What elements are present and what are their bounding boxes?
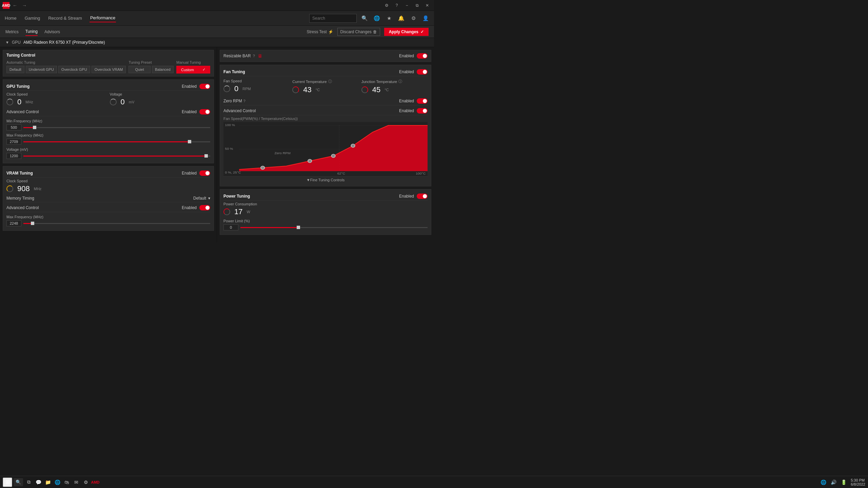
vram-memory-timing-right: Default ▾ [193, 196, 210, 201]
junction-temp-dial [361, 86, 368, 93]
fine-tuning-controls[interactable]: ▼ Fine Tuning Controls [223, 176, 428, 183]
stress-test-icon: ⚡ [328, 29, 333, 34]
globe-icon[interactable]: 🌐 [372, 14, 381, 23]
gpu-voltage-unit: mV [129, 100, 135, 104]
chip-icon: 🖥 [257, 53, 263, 59]
stress-test-button[interactable]: Stress Test ⚡ [307, 29, 333, 34]
fan-tuning-header-row: Fan Tuning Enabled [223, 68, 428, 76]
tab-tuning[interactable]: Tuning [25, 28, 38, 36]
junction-temp-value: 45 [372, 85, 380, 94]
gear-icon[interactable]: ⚙ [409, 14, 418, 23]
resizable-bar-right: Enabled [399, 53, 428, 59]
custom-label: Custom [181, 68, 194, 72]
fan-rpm-value: 0 [234, 84, 238, 93]
power-limit-track[interactable] [240, 227, 428, 228]
vram-advanced-value: Enabled [182, 205, 197, 210]
preset-label: Tuning Preset [129, 60, 174, 64]
gpu-label: GPU [12, 40, 21, 45]
search-input[interactable] [309, 14, 357, 23]
profile-icon[interactable]: 👤 [421, 14, 430, 23]
gpu-voltage-mv-thumb[interactable] [204, 154, 208, 158]
auto-btn-overclock[interactable]: Overclock GPU [58, 66, 90, 73]
power-limit-thumb[interactable] [297, 226, 300, 229]
zero-rpm-left: Zero RPM ? [223, 99, 245, 103]
resizable-bar-card: Resizable BAR ? 🖥 Enabled [220, 50, 431, 62]
notifications-icon[interactable]: 🔔 [397, 14, 406, 23]
power-limit-control: 0 [223, 224, 428, 230]
power-tuning-toggle[interactable] [417, 194, 428, 199]
fan-advanced-label: Advanced Control [223, 108, 256, 113]
tab-metrics[interactable]: Metrics [5, 28, 19, 36]
auto-btn-vram[interactable]: Overclock VRAM [92, 66, 126, 73]
preset-quiet[interactable]: Quiet [129, 66, 150, 73]
vram-tuning-toggle[interactable] [199, 170, 210, 176]
auto-btn-undervolt[interactable]: Undervolt GPU [26, 66, 57, 73]
fan-curve-point-1[interactable] [261, 166, 265, 169]
gpu-voltage-mv-track[interactable] [23, 156, 210, 157]
help-icon[interactable]: ? [393, 1, 401, 9]
power-tuning-card: Power Tuning Enabled Power Consumption 1… [220, 189, 431, 235]
junction-temp-row: 45 °C [361, 84, 428, 96]
gpu-advanced-toggle[interactable] [199, 109, 210, 115]
fan-curve-point-4[interactable] [351, 144, 355, 147]
fine-tuning-label: Fine Tuning Controls [310, 178, 345, 182]
trash-icon: 🗑 [373, 29, 377, 34]
gpu-max-freq-track[interactable] [23, 141, 210, 142]
zero-rpm-toggle[interactable] [417, 98, 428, 104]
close-button[interactable]: ✕ [423, 1, 431, 9]
resizable-bar-left: Resizable BAR ? 🖥 [223, 53, 263, 59]
fan-curve-point-2[interactable] [308, 159, 312, 163]
fan-tuning-toggle[interactable] [417, 69, 428, 75]
vram-max-freq-fill [23, 223, 31, 224]
gpu-min-freq-track[interactable] [23, 127, 210, 128]
vram-max-freq-track[interactable] [23, 223, 210, 224]
resizable-bar-toggle[interactable] [417, 53, 428, 59]
amd-logo: AMD [3, 2, 9, 9]
gpu-advanced-right: Enabled [182, 109, 210, 115]
restore-button[interactable]: ⧉ [413, 1, 421, 9]
vram-max-freq-thumb[interactable] [31, 222, 34, 225]
nav-gaming[interactable]: Gaming [24, 14, 41, 22]
zero-rpm-info-icon: ? [243, 99, 245, 103]
preset-balanced[interactable]: Balanced [152, 66, 174, 73]
power-tuning-title: Power Tuning [223, 194, 250, 199]
gpu-tuning-card: GPU Tuning Enabled Clock Speed 0 MHz Vol… [3, 79, 214, 163]
vram-clock-section: Clock Speed 908 MHz [6, 179, 210, 195]
zero-rpm-label: Zero RPM [223, 99, 242, 103]
settings-icon[interactable]: ⚙ [382, 1, 391, 9]
fan-stats-row: Fan Speed 0 RPM Current Temperature ⓘ 43 [223, 78, 428, 97]
gpu-min-freq-thumb[interactable] [33, 126, 36, 129]
discard-changes-button[interactable]: Discard Changes 🗑 [337, 28, 380, 36]
vram-advanced-toggle[interactable] [199, 205, 210, 210]
gpu-max-freq-thumb[interactable] [188, 140, 191, 143]
gpu-min-freq-label: Min Frequency (MHz) [6, 119, 210, 123]
fan-curve-point-3[interactable] [331, 154, 335, 158]
fan-advanced-toggle[interactable] [417, 108, 428, 114]
back-button[interactable]: ← [11, 1, 19, 9]
search-icon[interactable]: 🔍 [360, 14, 369, 23]
nav-home[interactable]: Home [4, 14, 17, 22]
junction-temp-label: Junction Temperature [361, 80, 397, 84]
nav-record-stream[interactable]: Record & Stream [47, 14, 83, 22]
minimize-button[interactable]: − [403, 1, 411, 9]
forward-button[interactable]: → [20, 1, 28, 9]
gpu-tuning-toggle[interactable] [199, 84, 210, 89]
junction-temp-unit: °C [384, 88, 389, 92]
tab-advisors[interactable]: Advisors [44, 28, 60, 36]
gpu-voltage-section: Voltage 0 mV [110, 92, 211, 108]
checkmark-icon: ✓ [202, 67, 205, 72]
gpu-tuning-enabled: Enabled [182, 84, 210, 89]
fan-chart[interactable]: 100 % 50 % 0 %, 25°C 62°C 100°C Zero RPM [223, 122, 428, 176]
power-limit-label: Power Limit (%) [223, 219, 428, 223]
gpu-max-freq-value: 2709 [6, 139, 21, 145]
auto-btn-default[interactable]: Default [6, 66, 24, 73]
top-nav-right: 🔍 🌐 ★ 🔔 ⚙ 👤 [309, 14, 430, 23]
vram-tuning-header-row: VRAM Tuning Enabled [6, 169, 210, 178]
gpu-chevron-icon[interactable]: ▼ [5, 40, 9, 44]
favorites-icon[interactable]: ★ [384, 14, 393, 23]
gpu-min-freq-control: 500 [6, 124, 210, 130]
apply-changes-button[interactable]: Apply Changes ✓ [384, 28, 429, 36]
nav-performance[interactable]: Performance [90, 14, 116, 22]
vram-max-freq-value: 2248 [6, 220, 21, 226]
manual-custom-button[interactable]: Custom ✓ [176, 66, 210, 74]
